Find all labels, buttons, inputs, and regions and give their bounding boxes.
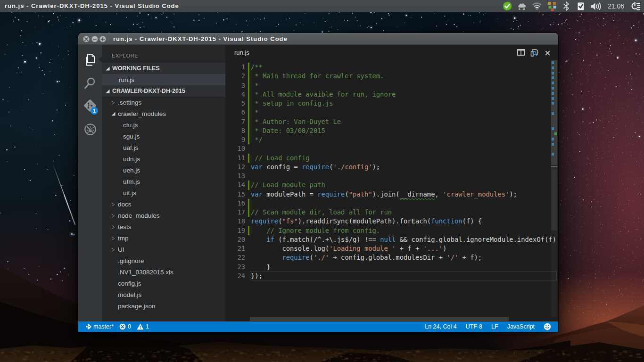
encoding[interactable]: UTF-8 bbox=[466, 323, 482, 330]
twisty-none bbox=[116, 190, 122, 195]
warning-count[interactable]: 1 bbox=[137, 323, 149, 330]
tree-item-label: WORKING FILES bbox=[112, 65, 160, 72]
tree-item-uit-js[interactable]: uit.js bbox=[102, 187, 225, 198]
code-line-20[interactable]: 20 if (f.match(/^.+\.js$/g) !== null && … bbox=[225, 235, 558, 244]
feedback-smiley-icon[interactable] bbox=[544, 323, 551, 330]
overview-ruler-added-mark bbox=[552, 97, 554, 100]
tree-item-config-js[interactable]: config.js bbox=[102, 278, 225, 289]
window-close-button[interactable] bbox=[83, 36, 90, 42]
code-lines[interactable]: 1/**2 * Main thread for crawler system.3… bbox=[225, 62, 558, 280]
wifi-icon[interactable] bbox=[529, 0, 545, 12]
code-line-4[interactable]: 4 * All module avaible for run, ignore bbox=[225, 90, 558, 99]
code-line-23[interactable]: 23 } bbox=[225, 263, 558, 272]
code-text: } bbox=[251, 263, 271, 272]
tree-item-tests[interactable]: tests bbox=[102, 221, 225, 232]
code-line-19[interactable]: 19 // Ignore module from config. bbox=[225, 226, 558, 235]
error-count[interactable]: 0 bbox=[119, 323, 131, 330]
line-number: 18 bbox=[225, 217, 245, 226]
tree-item-udn-js[interactable]: udn.js bbox=[102, 153, 225, 165]
tree-item-node-modules[interactable]: node_modules bbox=[102, 210, 225, 221]
tree-section-working-files[interactable]: WORKING FILES bbox=[102, 63, 225, 74]
overview-ruler-added-mark bbox=[552, 72, 554, 74]
code-line-13[interactable]: 13 bbox=[225, 172, 558, 181]
code-text: */ bbox=[251, 135, 263, 144]
code-line-11[interactable]: 11 // Load config bbox=[225, 154, 558, 163]
color-grid-icon[interactable] bbox=[545, 0, 560, 12]
tab-run-js[interactable]: run.js bbox=[234, 49, 249, 56]
cursor-position[interactable]: Ln 24, Col 4 bbox=[425, 323, 456, 330]
debug-icon[interactable] bbox=[78, 123, 102, 136]
code-line-8[interactable]: 8 * Date: 03/08/2015 bbox=[225, 126, 558, 135]
code-line-22[interactable]: 22 require('./' + config.global.modulesD… bbox=[225, 253, 558, 262]
git-branch-indicator[interactable]: master* bbox=[85, 323, 114, 330]
code-line-17[interactable]: 17// Scan module dir, load all for run bbox=[225, 208, 558, 217]
line-number: 5 bbox=[225, 99, 245, 108]
code-line-10[interactable]: 10 bbox=[225, 144, 558, 153]
tab-close-icon[interactable] bbox=[545, 49, 550, 58]
split-editor-icon[interactable] bbox=[517, 49, 525, 58]
tree-item-label: package.json bbox=[118, 303, 156, 310]
code-line-7[interactable]: 7 * Author: Van-Duyet Le bbox=[225, 117, 558, 126]
tree-item-sgu-js[interactable]: sgu.js bbox=[102, 131, 225, 142]
window-titlebar[interactable]: run.js - Crawler-DKXT-DH-2015 - Visual S… bbox=[78, 33, 558, 45]
tree-item-docs[interactable]: docs bbox=[102, 198, 225, 210]
editor-horizontal-scrollbar[interactable] bbox=[250, 317, 509, 321]
tree-item-package-json[interactable]: package.json bbox=[102, 300, 225, 312]
tree-item--nv1-03082015-xls[interactable]: .NV1_03082015.xls bbox=[102, 266, 225, 278]
tree-section-crawler-dkxt-dh-2015[interactable]: CRAWLER-DKXT-DH-2015 bbox=[102, 85, 225, 97]
overview-ruler-added-mark bbox=[552, 61, 554, 64]
tree-item-tmp[interactable]: tmp bbox=[102, 232, 225, 244]
code-line-14[interactable]: 14// Load module path bbox=[225, 181, 558, 189]
search-icon[interactable] bbox=[78, 76, 102, 90]
code-line-9[interactable]: 9 */ bbox=[225, 135, 558, 144]
tree-item-crawler-modules[interactable]: crawler_modules bbox=[102, 108, 225, 119]
line-number: 23 bbox=[225, 263, 245, 272]
clipboard-check-icon[interactable] bbox=[573, 0, 588, 12]
git-icon[interactable] bbox=[78, 99, 102, 112]
tree-item-ufm-js[interactable]: ufm.js bbox=[102, 176, 225, 187]
system-tray: 21:06 bbox=[500, 0, 644, 12]
overview-ruler-added-mark bbox=[552, 87, 554, 90]
tree-item--gitignore[interactable]: .gitignore bbox=[102, 255, 225, 266]
session-power-icon[interactable] bbox=[627, 0, 644, 12]
eol-indicator[interactable]: LF bbox=[491, 323, 498, 330]
twisty-expanded-icon bbox=[111, 111, 116, 116]
code-line-21[interactable]: 21 console.log('Loading module ' + f + '… bbox=[225, 244, 558, 253]
code-line-24[interactable]: 24}); bbox=[225, 272, 558, 280]
code-line-15[interactable]: 15var modulePath = require("path").join(… bbox=[225, 190, 558, 199]
window-maximize-button[interactable] bbox=[99, 36, 106, 42]
tree-item--settings[interactable]: .settings bbox=[102, 97, 225, 108]
tree-item-ctu-js[interactable]: ctu.js bbox=[102, 119, 225, 131]
code-line-5[interactable]: 5 * setup in config.js bbox=[225, 99, 558, 108]
skype-status-icon[interactable] bbox=[500, 0, 514, 12]
bluetooth-icon[interactable] bbox=[560, 0, 573, 12]
code-text: require('./' + config.global.modulesDir … bbox=[251, 253, 482, 262]
editor-vertical-scrollbar[interactable] bbox=[551, 60, 557, 317]
code-line-3[interactable]: 3 * bbox=[225, 81, 558, 90]
git-added-gutter-bar bbox=[248, 63, 249, 72]
preview-search-icon[interactable] bbox=[530, 49, 538, 58]
overview-ruler-added-mark bbox=[552, 92, 554, 95]
code-text: console.log('Loading module ' + f + '...… bbox=[251, 244, 446, 253]
code-line-12[interactable]: 12var config = require('./config'); bbox=[225, 163, 558, 172]
code-line-16[interactable]: 16 bbox=[225, 199, 558, 208]
code-line-18[interactable]: 18require("fs").readdirSync(modulePath).… bbox=[225, 217, 558, 226]
cloud-sync-icon[interactable] bbox=[514, 0, 529, 12]
scrollbar-slider-lower[interactable] bbox=[551, 166, 557, 230]
gutter-spacer bbox=[248, 253, 249, 262]
tree-item-ui[interactable]: UI bbox=[102, 244, 225, 255]
warnings-icon bbox=[137, 323, 144, 330]
clock[interactable]: 21:06 bbox=[608, 2, 624, 10]
code-line-1[interactable]: 1/** bbox=[225, 63, 558, 72]
volume-icon[interactable] bbox=[588, 0, 604, 12]
twisty-collapsed-icon bbox=[111, 236, 116, 240]
tree-item-ueh-js[interactable]: ueh.js bbox=[102, 165, 225, 176]
language-mode[interactable]: JavaScript bbox=[507, 323, 535, 330]
tree-item-uaf-js[interactable]: uaf.js bbox=[102, 142, 225, 153]
overview-ruler-warning-mark bbox=[554, 132, 557, 135]
tree-item-run-js[interactable]: run.js bbox=[102, 74, 225, 85]
code-line-2[interactable]: 2 * Main thread for crawler system. bbox=[225, 72, 558, 81]
code-line-6[interactable]: 6 * bbox=[225, 108, 558, 117]
tree-item-model-js[interactable]: model.js bbox=[102, 289, 225, 300]
window-minimize-button[interactable] bbox=[91, 36, 98, 42]
